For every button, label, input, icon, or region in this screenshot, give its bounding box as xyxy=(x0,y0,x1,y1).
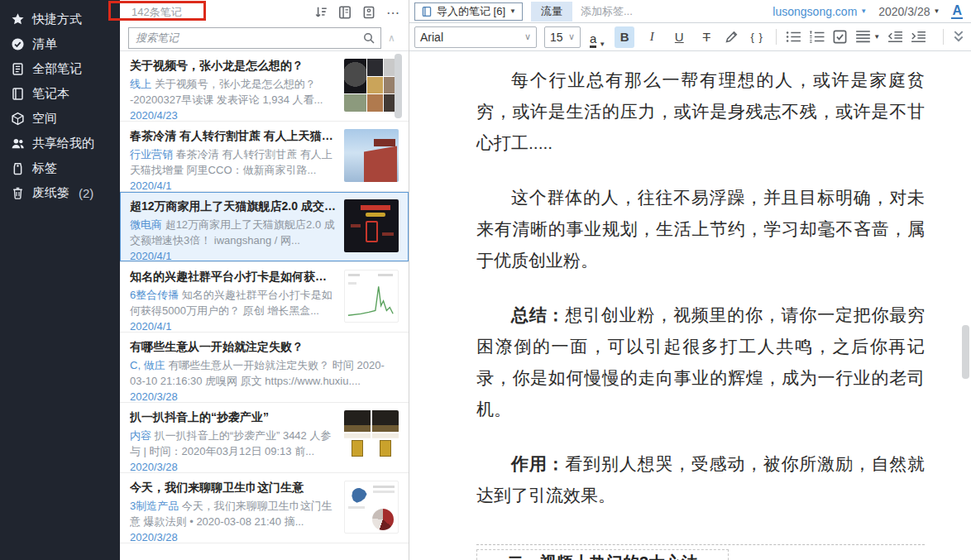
bullet-list-icon[interactable] xyxy=(786,29,801,45)
note-snippet: 6整合传播 知名的兴趣社群平台小打卡是如何获得5000万用户的？ 原创 增长黑盒… xyxy=(130,287,336,318)
sidebar-item-all-notes[interactable]: 全部笔记 xyxy=(0,56,120,81)
note-category-link[interactable]: 3制造产品 xyxy=(130,500,179,512)
note-list-item-selected[interactable]: 超12万商家用上了天猫旗舰店2.0 成交额... 微电商 超12万商家用上了天猫… xyxy=(120,192,409,262)
note-title: 超12万商家用上了天猫旗舰店2.0 成交额... xyxy=(130,199,336,214)
note-list-item[interactable]: 春茶冷清 有人转行割甘蔗 有人上天猫找... 行业营销 春茶冷清 有人转行割甘蔗… xyxy=(120,122,409,192)
notebook-icon xyxy=(421,6,433,17)
search-input[interactable] xyxy=(136,31,362,44)
notebook-name: 导入的笔记 [6] xyxy=(437,4,505,19)
note-date: 2020/3/28 xyxy=(130,461,336,473)
sidebar-item-checklist[interactable]: 清单 xyxy=(0,31,120,56)
note-category-link[interactable]: 微电商 xyxy=(130,218,162,231)
editor-topbar: 导入的笔记 [6] ▼ 流量 添加标签... lusongsong.com▼ 2… xyxy=(409,0,971,23)
star-icon xyxy=(11,12,25,26)
checklist-icon[interactable] xyxy=(832,29,848,45)
paragraph: 每个行业总有那么一帮有理想的人，或许是家庭贫穷，或许是生活的压力，或许是身残志不… xyxy=(476,65,925,159)
sidebar-item-label: 共享给我的 xyxy=(32,136,94,151)
search-box[interactable] xyxy=(128,27,381,49)
note-date-selector[interactable]: 2020/3/28▼ xyxy=(878,5,940,18)
highlighter-icon[interactable] xyxy=(724,29,739,45)
note-title: 春茶冷清 有人转行割甘蔗 有人上天猫找... xyxy=(130,129,336,144)
note-title: 关于视频号，张小龙是怎么想的？ xyxy=(130,59,336,74)
note-tag[interactable]: 流量 xyxy=(531,2,572,22)
note-category-link[interactable]: 内容 xyxy=(130,429,151,442)
chevron-down-icon: ▼ xyxy=(934,7,940,15)
sidebar-item-tags[interactable]: 标签 xyxy=(0,156,120,180)
italic-button[interactable]: I xyxy=(642,26,662,48)
align-icon xyxy=(855,29,871,45)
note-snippet: 内容 扒一扒抖音上的“抄袭产业” 3442 人参与 | 时间：2020年03月1… xyxy=(130,428,336,459)
section-heading: 二、视频上热门的3大心法。 xyxy=(476,549,729,560)
code-button[interactable]: { } xyxy=(747,26,767,48)
note-snippet: C, 做庄 有哪些生意从一开始就注定失败？ 时间 2020-03-10 21:1… xyxy=(130,357,399,389)
note-date: 2020/4/23 xyxy=(130,109,336,122)
paragraph: 总结：想引创业粉，视频里的你，请你一定把你最穷困潦倒的一面，可以引起很多打工人共… xyxy=(476,299,925,425)
note-category-link[interactable]: 6整合传播 xyxy=(130,289,179,301)
sidebar-item-spaces[interactable]: 空间 xyxy=(0,106,120,131)
note-list-tools: ⋯ xyxy=(313,5,400,20)
chevron-down-icon: ∨ xyxy=(563,31,575,42)
note-thumbnail xyxy=(344,410,399,463)
note-date: 2020/3/28 xyxy=(130,390,399,403)
note-list-item[interactable]: 关于视频号，张小龙是怎么想的？ 线上 关于视频号，张小龙是怎么想的？ -2020… xyxy=(120,51,409,122)
sidebar-item-shared-with-me[interactable]: 共享给我的 xyxy=(0,131,120,156)
indent-icon[interactable] xyxy=(911,29,926,45)
font-color-button[interactable]: a ▼ xyxy=(588,26,607,48)
tag-stamp-icon[interactable] xyxy=(361,5,376,20)
numbered-list-icon[interactable] xyxy=(809,29,825,45)
sidebar: 快捷方式 清单 全部笔记 笔记本 空间 共享给我的 标签 废纸篓 xyxy=(0,0,120,560)
note-date: 2020/3/28 xyxy=(130,531,336,543)
chevron-down-icon: ▼ xyxy=(509,7,516,15)
sidebar-item-label: 全部笔记 xyxy=(32,61,82,77)
search-icon[interactable] xyxy=(362,31,375,45)
chevron-down-icon: ▼ xyxy=(599,41,605,48)
note-list-scrollbar[interactable] xyxy=(395,54,402,118)
editor-scrollbar[interactable] xyxy=(962,325,969,379)
note-category-link[interactable]: C, 做庄 xyxy=(130,359,165,371)
text-style-icon[interactable]: A xyxy=(951,3,963,19)
note-category-link[interactable]: 行业营销 xyxy=(130,148,173,160)
note-content[interactable]: 每个行业总有那么一帮有理想的人，或许是家庭贫穷，或许是生活的压力，或许是身残志不… xyxy=(409,51,971,560)
note-date: 2020/4/1 xyxy=(130,250,336,262)
note-snippet: 行业营销 春茶冷清 有人转行割甘蔗 有人上天猫找增量 阿里CCO：做新商家引路.… xyxy=(130,146,336,178)
note-list-item[interactable]: 有哪些生意从一开始就注定失败？ C, 做庄 有哪些生意从一开始就注定失败？ 时间… xyxy=(120,333,409,403)
alignment-button[interactable]: ▼ xyxy=(855,29,880,45)
underline-button[interactable]: U xyxy=(669,26,689,48)
note-list-item[interactable]: 今天，我们来聊聊卫生巾这门生意 3制造产品 今天，我们来聊聊卫生巾这门生意 爆款… xyxy=(120,473,409,543)
paragraph: 作用：看到别人想哭，受感动，被你所激励，自然就达到了引流效果。 xyxy=(476,448,925,511)
note-title: 今天，我们来聊聊卫生巾这门生意 xyxy=(130,481,336,495)
font-family-select[interactable]: Arial∨ xyxy=(414,26,537,48)
sidebar-item-trash[interactable]: 废纸篓 (2) xyxy=(0,180,120,205)
sidebar-item-notebooks[interactable]: 笔记本 xyxy=(0,81,120,106)
sidebar-item-shortcuts[interactable]: 快捷方式 xyxy=(0,7,120,31)
note-list-item[interactable]: 扒一扒抖音上的“抄袭产业” 内容 扒一扒抖音上的“抄袭产业” 3442 人参与 … xyxy=(120,403,409,473)
collapse-chevron-icon[interactable]: ∧ xyxy=(388,32,395,44)
sidebar-item-label: 空间 xyxy=(32,111,57,127)
bold-button[interactable]: B xyxy=(615,26,634,48)
note-list-item[interactable]: 知名的兴趣社群平台小打卡是如何获得5... 6整合传播 知名的兴趣社群平台小打卡… xyxy=(120,262,409,333)
note-thumbnail xyxy=(344,59,399,112)
source-site-link[interactable]: lusongsong.com▼ xyxy=(772,5,867,18)
note-thumbnail xyxy=(344,129,399,182)
note-thumbnail xyxy=(344,199,399,252)
strikethrough-button[interactable]: T xyxy=(696,26,716,48)
sort-icon[interactable] xyxy=(313,5,328,20)
note-date: 2020/4/1 xyxy=(130,179,336,192)
document-icon xyxy=(11,62,25,76)
add-tag-field[interactable]: 添加标签... xyxy=(581,4,633,19)
notebook-selector[interactable]: 导入的笔记 [6] ▼ xyxy=(414,2,523,21)
cube-icon xyxy=(11,112,25,126)
more-icon[interactable]: ⋯ xyxy=(385,5,400,20)
toolbar-divider xyxy=(776,29,777,45)
note-category-link[interactable]: 线上 xyxy=(130,78,151,90)
font-size-select[interactable]: 15∨ xyxy=(544,26,581,48)
view-toggle-icon[interactable] xyxy=(337,5,352,20)
search-row: ∧ xyxy=(120,25,409,51)
outdent-icon[interactable] xyxy=(887,29,903,45)
note-count-label: 142条笔记 xyxy=(132,5,182,20)
note-snippet: 微电商 超12万商家用上了天猫旗舰店2.0 成交额增速快3倍！ iwangsha… xyxy=(130,217,336,248)
sidebar-item-label: 废纸篓 xyxy=(32,185,69,201)
expand-toolbar-icon[interactable] xyxy=(953,29,964,45)
note-snippet: 线上 关于视频号，张小龙是怎么想的？ -20200327早读课 发表评论 1,9… xyxy=(130,76,336,108)
chevron-down-icon: ▼ xyxy=(860,7,867,15)
